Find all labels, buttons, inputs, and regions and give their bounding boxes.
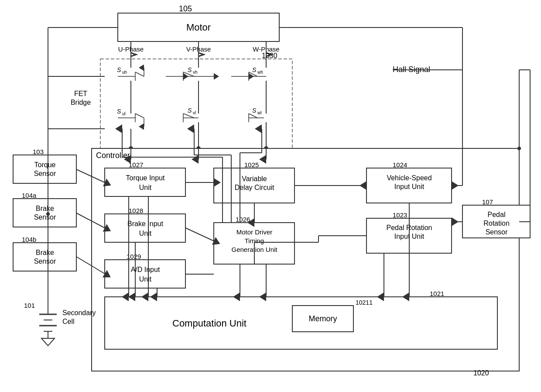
brake-input-ref: 1028	[129, 207, 143, 214]
ts-label: Torque	[34, 161, 56, 168]
s-wh-sub: wh	[257, 70, 263, 75]
cu-ref: 1021	[430, 290, 444, 297]
md-label: Motor Driver	[236, 228, 273, 236]
s-vl-sub: vl	[193, 110, 196, 115]
s-wl-label: S	[252, 107, 257, 114]
s-vh-sub: vh	[193, 70, 198, 75]
sc-label2: Cell	[62, 318, 75, 325]
cu-label: Computation Unit	[172, 318, 247, 329]
ad-input-label2: Unit	[139, 275, 152, 283]
vs-ref: 1024	[393, 161, 407, 168]
bs-b-label2: Sensor	[34, 258, 56, 265]
fet-bridge-label: FET	[74, 90, 87, 97]
s-vh-label: S	[188, 66, 192, 73]
svg-rect-57	[13, 243, 76, 271]
brake-input-label: Brake Input	[127, 220, 163, 227]
prs-ref: 107	[482, 198, 493, 206]
svg-point-109	[517, 147, 521, 150]
fet-ref: 1030	[262, 52, 277, 59]
vd-label: Variable	[242, 175, 267, 182]
prs-label3: Sensor	[486, 228, 508, 236]
s-uh-label: S	[117, 66, 121, 73]
vs-label: Vehicle-Speed	[387, 174, 431, 182]
motor-label: Motor	[186, 22, 211, 33]
s-ul-label: S	[117, 108, 121, 115]
memory-label: Memory	[308, 314, 337, 323]
bs-b-ref: 104b	[22, 236, 36, 243]
svg-rect-55	[13, 155, 76, 183]
controller-label: Controller	[96, 151, 130, 160]
bs-a-ref: 104a	[22, 192, 37, 199]
svg-rect-48	[105, 260, 185, 288]
s-wl-sub: wl	[257, 110, 261, 115]
s-vl-label: S	[188, 107, 192, 114]
s-uh-sub: uh	[122, 70, 127, 75]
bs-a-label2: Sensor	[34, 213, 56, 221]
torque-input-label2: Unit	[139, 184, 152, 191]
s-wh-label: S	[252, 66, 257, 73]
vs-label2: Input Unit	[394, 183, 425, 190]
torque-input-ref: 1027	[129, 161, 143, 168]
fet-bridge-label2: Bridge	[71, 99, 91, 106]
vd-ref: 1025	[244, 161, 259, 168]
ts-ref: 103	[33, 148, 44, 155]
pr-ref: 1023	[393, 211, 407, 219]
svg-rect-46	[105, 168, 185, 196]
md-ref: 1026	[236, 216, 250, 223]
memory-ref: 10211	[356, 299, 373, 306]
prs-label2: Rotation	[483, 220, 510, 227]
ts-label2: Sensor	[34, 170, 56, 177]
controller-ref: 1020	[473, 369, 489, 377]
motor-ref: 105	[179, 4, 192, 13]
torque-input-label: Torque Input	[126, 174, 165, 182]
s-ul-sub: ul	[122, 111, 126, 116]
bs-a-label: Brake	[36, 205, 54, 212]
sc-ref: 101	[24, 302, 35, 309]
bs-b-label: Brake	[36, 249, 54, 256]
sc-label: Secondary	[62, 309, 96, 316]
svg-rect-47	[105, 214, 185, 242]
prs-label: Pedal	[488, 211, 506, 218]
brake-input-label2: Unit	[139, 230, 152, 237]
vd-label2: Delay Circuit	[235, 184, 274, 191]
svg-rect-56	[13, 199, 76, 227]
